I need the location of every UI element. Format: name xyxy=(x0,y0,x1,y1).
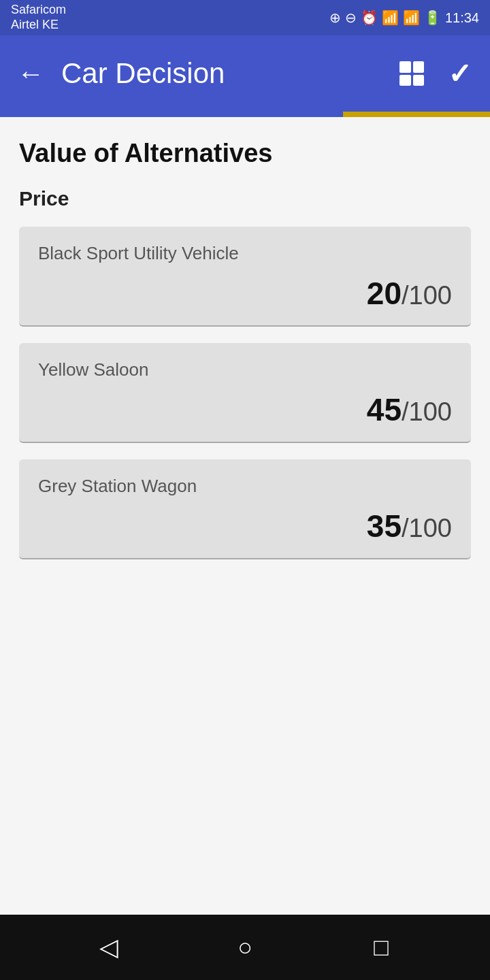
time-display: 11:34 xyxy=(445,10,479,26)
carrier2: Airtel KE xyxy=(11,18,66,33)
alternative-card-3[interactable]: Grey Station Wagon 35/100 xyxy=(19,459,471,559)
nav-back-button[interactable]: ◁ xyxy=(84,923,133,972)
check-icon: ✓ xyxy=(448,57,472,91)
signal-icon: 📶 xyxy=(382,10,399,26)
alternative-score-3: 35/100 xyxy=(38,508,452,544)
alternative-card-2[interactable]: Yellow Saloon 45/100 xyxy=(19,343,471,443)
score-denom-2: /100 xyxy=(402,397,452,426)
alternative-name-1: Black Sport Utility Vehicle xyxy=(38,243,452,264)
page-title: Value of Alternatives xyxy=(19,139,471,168)
score-denom-3: /100 xyxy=(402,514,452,542)
alarm-icon: ⏰ xyxy=(361,10,378,26)
grid-view-button[interactable] xyxy=(395,56,429,91)
main-content: Value of Alternatives Price Black Sport … xyxy=(0,117,490,915)
alternative-score-2: 45/100 xyxy=(38,391,452,428)
sync-icon: ⊕ xyxy=(329,10,341,26)
signal2-icon: 📶 xyxy=(403,10,420,26)
bottom-nav: ◁ ○ □ xyxy=(0,915,490,980)
progress-bar-container xyxy=(0,112,490,117)
status-icons: ⊕ ⊖ ⏰ 📶 📶 🔋 11:34 xyxy=(329,10,479,26)
score-num-1: 20 xyxy=(367,276,402,311)
score-denom-1: /100 xyxy=(402,281,452,310)
carrier-info: Safaricom Airtel KE xyxy=(11,3,66,32)
nav-recent-button[interactable]: □ xyxy=(357,923,406,972)
app-bar: ← Car Decision ✓ xyxy=(0,35,490,112)
alternative-name-2: Yellow Saloon xyxy=(38,359,452,380)
alternative-score-1: 20/100 xyxy=(38,275,452,312)
back-nav-icon: ◁ xyxy=(99,933,118,962)
nav-home-button[interactable]: ○ xyxy=(220,923,270,972)
back-button[interactable]: ← xyxy=(14,56,48,91)
status-bar: Safaricom Airtel KE ⊕ ⊖ ⏰ 📶 📶 🔋 11:34 xyxy=(0,0,490,35)
grid-icon xyxy=(399,61,424,86)
progress-bar-fill xyxy=(0,112,343,117)
score-num-3: 35 xyxy=(367,508,402,544)
carrier1: Safaricom xyxy=(11,3,66,18)
alternative-name-3: Grey Station Wagon xyxy=(38,476,452,497)
score-num-2: 45 xyxy=(367,392,402,427)
home-nav-icon: ○ xyxy=(238,933,252,962)
confirm-button[interactable]: ✓ xyxy=(442,56,476,91)
battery-icon: 🔋 xyxy=(424,10,441,26)
app-bar-title: Car Decision xyxy=(61,57,381,90)
alternative-card-1[interactable]: Black Sport Utility Vehicle 20/100 xyxy=(19,227,471,327)
block-icon: ⊖ xyxy=(345,10,357,26)
section-title: Price xyxy=(19,187,471,210)
recent-nav-icon: □ xyxy=(374,933,389,962)
